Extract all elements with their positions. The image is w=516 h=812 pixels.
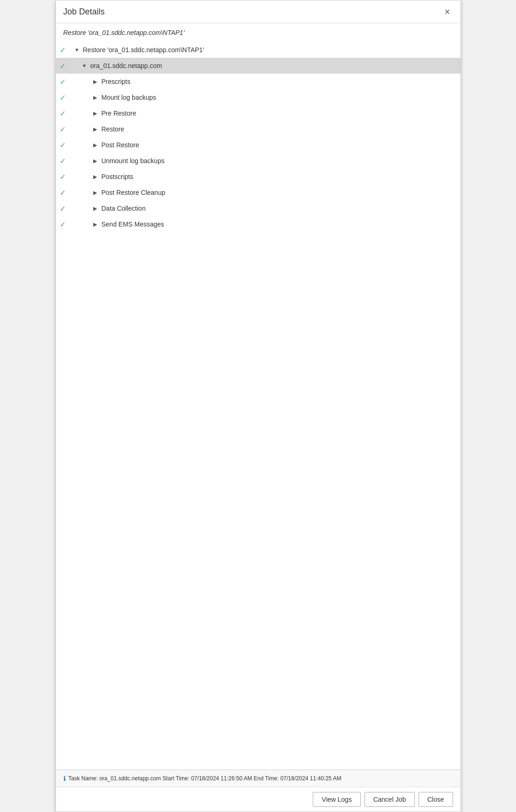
tree-item-data-collection[interactable]: ✓▶Data Collection [56,200,461,216]
tree-item-mount-log-backups[interactable]: ✓▶Mount log backups [56,89,461,105]
tree-label-data-collection: Data Collection [102,205,146,212]
tree-arrow-data-collection[interactable]: ▶ [93,206,102,212]
tree-label-pre-restore: Pre Restore [102,110,137,117]
tree-item-host[interactable]: ✓▼ora_01.sddc.netapp.com [56,58,461,74]
tree-container: ✓▼Restore 'ora_01.sddc.netapp.com\NTAP1'… [56,40,461,234]
tree-label-unmount-log-backups: Unmount log backups [102,157,165,165]
check-icon-prescripts: ✓ [60,77,71,86]
tree-arrow-host[interactable]: ▼ [82,63,90,69]
close-icon-button[interactable]: × [442,6,453,17]
tree-arrow-root[interactable]: ▼ [75,47,83,53]
tree-item-post-restore[interactable]: ✓▶Post Restore [56,137,461,153]
tree-item-prescripts[interactable]: ✓▶Prescripts [56,74,461,89]
tree-arrow-unmount-log-backups[interactable]: ▶ [93,158,102,164]
tree-arrow-post-restore[interactable]: ▶ [93,142,102,148]
tree-arrow-prescripts[interactable]: ▶ [93,79,102,85]
check-icon-post-restore-cleanup: ✓ [60,188,71,197]
status-bar: ℹ Task Name: ora_01.sddc.netapp.com Star… [56,770,461,787]
check-icon-unmount-log-backups: ✓ [60,157,71,165]
tree-item-post-restore-cleanup[interactable]: ✓▶Post Restore Cleanup [56,185,461,200]
tree-item-postscripts[interactable]: ✓▶Postscripts [56,169,461,185]
tree-item-send-ems-messages[interactable]: ✓▶Send EMS Messages [56,216,461,232]
tree-label-mount-log-backups: Mount log backups [102,94,157,101]
tree-label-restore: Restore [102,125,124,133]
check-icon-send-ems-messages: ✓ [60,220,71,229]
tree-arrow-restore[interactable]: ▶ [93,126,102,132]
cancel-job-button[interactable]: Cancel Job [365,792,415,807]
check-icon-mount-log-backups: ✓ [60,93,71,102]
tree-arrow-pre-restore[interactable]: ▶ [93,110,102,117]
tree-label-root: Restore 'ora_01.sddc.netapp.com\NTAP1' [83,46,204,54]
check-icon-post-restore: ✓ [60,141,71,150]
tree-label-post-restore: Post Restore [102,141,139,149]
check-icon-pre-restore: ✓ [60,109,71,118]
tree-arrow-send-ems-messages[interactable]: ▶ [93,221,102,227]
check-icon-restore: ✓ [60,125,71,134]
tree-label-send-ems-messages: Send EMS Messages [102,220,165,228]
dialog-body: ✓▼Restore 'ora_01.sddc.netapp.com\NTAP1'… [56,40,461,770]
tree-arrow-postscripts[interactable]: ▶ [93,174,102,180]
check-icon-root: ✓ [60,46,71,55]
status-text: Task Name: ora_01.sddc.netapp.com Start … [69,775,342,782]
view-logs-button[interactable]: View Logs [313,792,360,807]
tree-item-restore[interactable]: ✓▶Restore [56,121,461,137]
dialog-subtitle: Restore 'ora_01.sddc.netapp.com\NTAP1' [56,23,461,40]
check-icon-postscripts: ✓ [60,172,71,181]
check-icon-data-collection: ✓ [60,204,71,213]
close-button[interactable]: Close [419,792,453,807]
tree-item-unmount-log-backups[interactable]: ✓▶Unmount log backups [56,153,461,169]
tree-item-root[interactable]: ✓▼Restore 'ora_01.sddc.netapp.com\NTAP1' [56,42,461,58]
dialog-title: Job Details [63,7,105,17]
tree-arrow-post-restore-cleanup[interactable]: ▶ [93,190,102,196]
dialog-footer: View Logs Cancel Job Close [56,787,461,812]
tree-arrow-mount-log-backups[interactable]: ▶ [93,95,102,101]
tree-label-postscripts: Postscripts [102,173,133,180]
dialog-header: Job Details × [56,0,461,23]
check-icon-host: ✓ [60,62,71,70]
job-details-dialog: Job Details × Restore 'ora_01.sddc.netap… [55,0,461,812]
tree-label-prescripts: Prescripts [102,78,131,85]
tree-label-host: ora_01.sddc.netapp.com [90,62,162,69]
tree-item-pre-restore[interactable]: ✓▶Pre Restore [56,105,461,121]
info-icon: ℹ [63,775,66,782]
tree-label-post-restore-cleanup: Post Restore Cleanup [102,189,165,196]
